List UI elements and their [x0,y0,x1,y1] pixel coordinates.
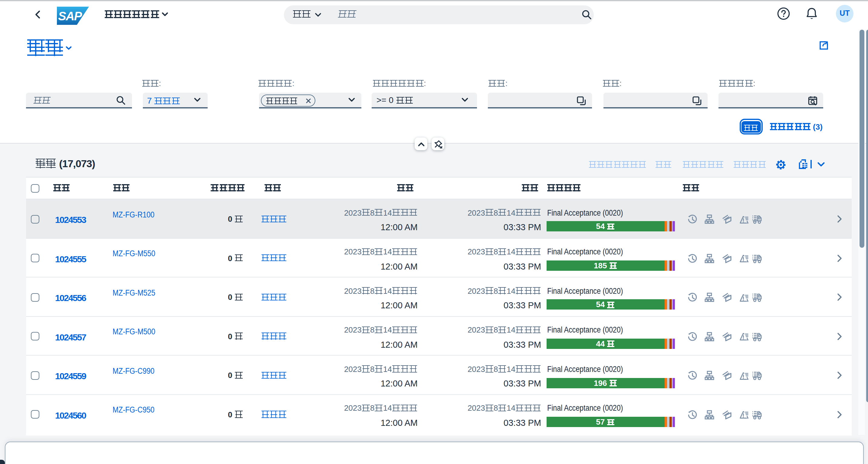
svg-text:SAP: SAP [58,9,82,23]
